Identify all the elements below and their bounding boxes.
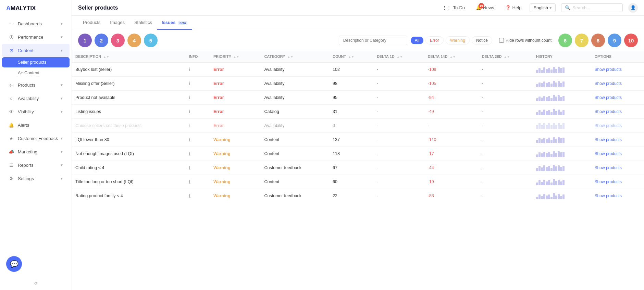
todo-button[interactable]: ⋮⋮ To-Do — [439, 3, 468, 12]
info-icon[interactable]: ℹ — [189, 95, 190, 100]
sidebar-item-marketing[interactable]: 📣 Marketing ▼ — [2, 145, 70, 158]
hide-rows-label: Hide rows withount count — [506, 38, 552, 43]
cell-description: Listing issues — [72, 105, 185, 119]
hide-rows-checkbox[interactable] — [499, 38, 504, 43]
circle-9[interactable]: 9 — [608, 34, 621, 47]
show-products-link[interactable]: Show products — [595, 193, 622, 198]
history-bar-segment — [541, 83, 543, 87]
sidebar-item-content[interactable]: ⊠ Content ▼ — [2, 44, 70, 57]
sidebar-item-settings[interactable]: ⚙ Settings ▼ — [2, 172, 70, 185]
sidebar-item-products[interactable]: 🏷 Products ▼ — [2, 78, 70, 91]
category-search-input[interactable] — [339, 36, 407, 45]
cell-options[interactable]: Show products — [591, 119, 644, 133]
sidebar-item-visibility[interactable]: 👁 Visibility ▼ — [2, 105, 70, 118]
tab-images[interactable]: Images — [105, 16, 129, 30]
cell-options[interactable]: Show products — [591, 91, 644, 105]
show-products-link[interactable]: Show products — [595, 109, 622, 114]
sidebar-item-alerts[interactable]: 🔔 Alerts — [2, 118, 70, 131]
language-selector[interactable]: English ▾ — [530, 3, 556, 12]
filter-all-button[interactable]: All — [411, 37, 423, 44]
chevron-icon: ▼ — [60, 163, 63, 167]
col-options: OPTIONS — [591, 51, 644, 62]
chat-button[interactable]: 💬 — [6, 256, 22, 272]
cell-info[interactable]: ℹ — [185, 133, 210, 147]
cell-options[interactable]: Show products — [591, 133, 644, 147]
info-icon[interactable]: ℹ — [189, 179, 190, 185]
user-avatar[interactable]: 👤 — [628, 3, 638, 13]
cell-info[interactable]: ℹ — [185, 62, 210, 77]
show-products-link[interactable]: Show products — [595, 123, 622, 128]
history-bar-segment — [548, 68, 550, 73]
show-products-link[interactable]: Show products — [595, 137, 622, 142]
history-bar-segment — [560, 181, 562, 185]
cell-info[interactable]: ℹ — [185, 175, 210, 189]
info-icon[interactable]: ℹ — [189, 67, 190, 72]
show-products-link[interactable]: Show products — [595, 151, 622, 156]
info-icon[interactable]: ℹ — [189, 123, 190, 128]
cell-description: Buybox lost (seller) — [72, 62, 185, 77]
filter-error-button[interactable]: Error — [425, 36, 444, 45]
cell-options[interactable]: Show products — [591, 161, 644, 175]
global-search[interactable]: 🔍 Search... — [561, 3, 623, 12]
cell-category: Availability — [261, 77, 329, 91]
show-products-link[interactable]: Show products — [595, 95, 622, 100]
filter-warning-button[interactable]: Warning — [446, 36, 470, 45]
tab-issues[interactable]: Issues beta — [157, 16, 192, 30]
circle-2[interactable]: 2 — [95, 34, 108, 47]
cell-info[interactable]: ℹ — [185, 189, 210, 203]
filter-notice-button[interactable]: Notice — [472, 36, 492, 45]
nav-icon-3: 🏷 — [8, 82, 14, 88]
history-bar-segment — [546, 97, 548, 101]
cell-info[interactable]: ℹ — [185, 119, 210, 133]
circle-4[interactable]: 4 — [127, 34, 141, 47]
show-products-link[interactable]: Show products — [595, 81, 622, 86]
history-bar-segment — [560, 167, 562, 171]
show-products-link[interactable]: Show products — [595, 165, 622, 170]
info-icon[interactable]: ℹ — [189, 81, 190, 86]
collapse-sidebar-button[interactable]: « — [0, 276, 72, 290]
cell-options[interactable]: Show products — [591, 175, 644, 189]
sidebar-item-dashboards[interactable]: ⋅⋅⋅⋅ Dashboards ▼ — [2, 17, 70, 30]
cell-options[interactable]: Show products — [591, 189, 644, 203]
sidebar-subitem-a+-content[interactable]: A+ Content — [2, 68, 70, 78]
cell-count: 67 — [329, 161, 373, 175]
tab-statistics[interactable]: Statistics — [129, 16, 157, 30]
cell-options[interactable]: Show products — [591, 105, 644, 119]
info-icon[interactable]: ℹ — [189, 109, 190, 114]
sidebar-subitem-seller-products[interactable]: Seller products — [2, 57, 70, 67]
hide-rows-toggle[interactable]: Hide rows withount count — [499, 38, 552, 43]
circle-1[interactable]: 1 — [78, 34, 92, 47]
show-products-link[interactable]: Show products — [595, 179, 622, 184]
nav-label-8: Marketing — [18, 149, 37, 154]
circle-5[interactable]: 5 — [144, 34, 158, 47]
history-bar-segment — [558, 151, 560, 157]
cell-info[interactable]: ℹ — [185, 147, 210, 161]
circle-8[interactable]: 8 — [591, 34, 605, 47]
cell-info[interactable]: ℹ — [185, 161, 210, 175]
cell-priority: Warning — [210, 147, 261, 161]
info-icon[interactable]: ℹ — [189, 193, 190, 199]
sidebar-item-availability[interactable]: ○ Availability ▼ — [2, 92, 70, 105]
news-button[interactable]: 🔔 19 News — [473, 3, 497, 12]
info-icon[interactable]: ℹ — [189, 165, 190, 171]
help-button[interactable]: ❓ Help — [503, 3, 524, 12]
sidebar-item-customer-feedback[interactable]: ★ Customer Feedback ▼ — [2, 132, 70, 145]
cell-info[interactable]: ℹ — [185, 105, 210, 119]
tab-products[interactable]: Products — [78, 16, 105, 30]
sidebar-item-performance[interactable]: ⦿ Performance ▼ — [2, 30, 70, 43]
cell-options[interactable]: Show products — [591, 77, 644, 91]
sidebar-item-reports[interactable]: ☰ Reports ▼ — [2, 159, 70, 172]
cell-info[interactable]: ℹ — [185, 91, 210, 105]
circle-7[interactable]: 7 — [575, 34, 589, 47]
history-bar-segment — [560, 112, 562, 115]
info-icon[interactable]: ℹ — [189, 151, 190, 156]
circle-6[interactable]: 6 — [558, 34, 572, 47]
history-bar-segment — [550, 197, 553, 199]
cell-info[interactable]: ℹ — [185, 77, 210, 91]
circle-10[interactable]: 10 — [624, 34, 638, 47]
circle-3[interactable]: 3 — [111, 34, 125, 47]
info-icon[interactable]: ℹ — [189, 137, 190, 142]
cell-options[interactable]: Show products — [591, 147, 644, 161]
cell-options[interactable]: Show products — [591, 62, 644, 77]
show-products-link[interactable]: Show products — [595, 67, 622, 72]
